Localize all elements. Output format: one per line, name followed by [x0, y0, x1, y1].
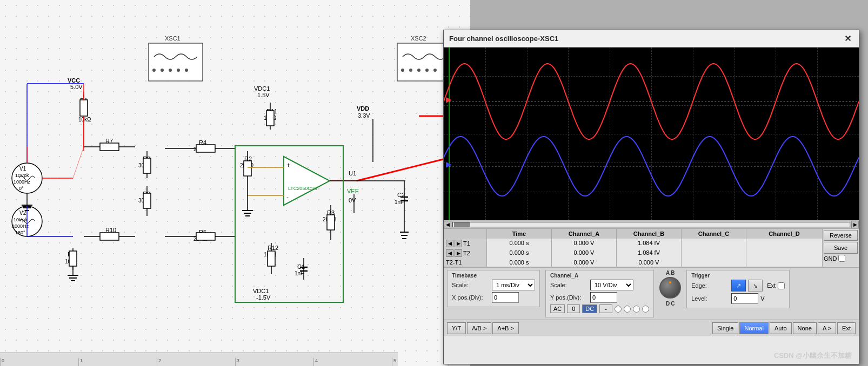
meas-header-cha: Channel_A — [552, 229, 617, 239]
cha-minus-btn[interactable]: - — [599, 304, 612, 313]
oscilloscope-window: Four channel oscilloscope-XSC1 ✕ — [443, 30, 859, 364]
t2-text: T2 — [463, 250, 470, 256]
knob-labels: A B — [666, 270, 675, 276]
svg-rect-0 — [149, 43, 203, 81]
ruler-tick-2: 2 — [157, 358, 161, 366]
osc-display: ▶ ▶ — [444, 48, 859, 220]
svg-text:3.3V: 3.3V — [358, 112, 370, 119]
apb-btn[interactable]: A+B > — [492, 322, 519, 334]
meas-right-buttons: Reverse Save GND — [823, 229, 859, 267]
trigger-rising-btn[interactable]: ↗ — [731, 280, 746, 292]
trigger-edge-label: Edge: — [691, 282, 729, 289]
schematic-svg: XSC1 XSC2 VCC 5.0V R1 10kΩ R6 10kΩ — [0, 0, 470, 366]
trigger-level-unit: V — [760, 295, 764, 302]
cha-radio-4[interactable] — [642, 306, 649, 313]
schematic-area: XSC1 XSC2 VCC 5.0V R1 10kΩ R6 10kΩ — [0, 0, 470, 366]
cha-radio-2[interactable] — [624, 306, 631, 313]
timebase-xpos-input[interactable]: 0 — [492, 292, 519, 303]
t2t1-chb: 0.000 V — [617, 258, 682, 267]
ch-b-pointer: ▶ — [446, 160, 452, 168]
timebase-scale-select[interactable]: 1 ms/Div 2 ms/Div 5 ms/Div 10 ms/Div — [492, 280, 535, 290]
svg-text:VCC: VCC — [68, 77, 80, 84]
gnd-checkbox[interactable] — [838, 255, 845, 262]
svg-text:VEE: VEE — [347, 188, 359, 194]
svg-rect-71 — [327, 215, 335, 230]
svg-rect-45 — [143, 193, 151, 208]
t2-time: 0.000 s — [487, 248, 552, 258]
ext-mode-btn[interactable]: Ext — [837, 322, 856, 334]
ab-btn[interactable]: A/B > — [467, 322, 491, 334]
knob-dot — [669, 281, 671, 283]
svg-point-4 — [169, 69, 172, 72]
reverse-button[interactable]: Reverse — [824, 230, 858, 241]
svg-text:1.5V: 1.5V — [257, 92, 270, 98]
t1-left-btn[interactable]: ◀ — [446, 240, 453, 247]
scroll-right-btn[interactable]: ▶ — [851, 221, 859, 228]
svg-text:180°: 180° — [15, 230, 25, 235]
cha-dc-btn[interactable]: DC — [582, 304, 597, 313]
svg-rect-23 — [69, 251, 77, 266]
svg-point-13 — [433, 69, 437, 72]
channel-a-title: Channel_A — [550, 273, 649, 279]
auto-btn[interactable]: Auto — [770, 322, 792, 334]
cha-ypos-input[interactable] — [590, 292, 617, 303]
trigger-level-row: Level: V — [691, 293, 785, 304]
scroll-left-btn[interactable]: ◀ — [444, 221, 451, 228]
svg-point-6 — [185, 69, 188, 72]
cha-radio-1[interactable] — [615, 306, 622, 313]
meas-header-chb: Channel_B — [617, 229, 682, 239]
t1-right-btn[interactable]: ▶ — [455, 240, 462, 247]
osc-title: Four channel oscilloscope-XSC1 — [449, 35, 558, 43]
svg-rect-37 — [100, 143, 119, 151]
ruler: 0 1 2 3 4 5 6 — [0, 353, 398, 366]
t2-left-btn[interactable]: ◀ — [446, 249, 453, 257]
save-button[interactable]: Save — [824, 242, 858, 254]
trigger-level-input[interactable] — [731, 293, 758, 304]
t2t1-label: T2-T1 — [444, 258, 487, 267]
svg-text:R12: R12 — [268, 245, 278, 251]
osc-close-button[interactable]: ✕ — [842, 33, 853, 44]
meas-header-time: Time — [487, 229, 552, 239]
knob-d-label: D — [666, 301, 670, 307]
svg-text:VDD: VDD — [357, 105, 369, 112]
channel-knob[interactable] — [659, 277, 681, 299]
trigger-falling-btn[interactable]: ↘ — [748, 280, 763, 292]
meas-table-container: Time Channel_A Channel_B Channel_C Chann… — [444, 229, 823, 267]
none-btn[interactable]: None — [793, 322, 817, 334]
cha-scale-select[interactable]: 10 V/Div 5 V/Div 2 V/Div 1 V/Div — [590, 280, 633, 290]
single-btn[interactable]: Single — [712, 322, 739, 334]
svg-rect-18 — [80, 100, 88, 116]
meas-header-blank — [444, 229, 487, 239]
trigger-ext-checkbox[interactable] — [778, 282, 785, 289]
yt-btn[interactable]: Y/T — [447, 322, 466, 334]
scrollbar-track[interactable] — [452, 222, 850, 227]
mode-buttons-row: Y/T A/B > A+B > Single Normal Auto None … — [444, 320, 859, 336]
a-btn[interactable]: A > — [818, 322, 836, 334]
measurement-area: Time Channel_A Channel_B Channel_C Chann… — [444, 229, 859, 268]
osc-titlebar: Four channel oscilloscope-XSC1 ✕ — [444, 30, 859, 48]
cha-zero-btn[interactable]: 0 — [567, 304, 580, 313]
gnd-area: GND — [824, 255, 858, 262]
normal-btn[interactable]: Normal — [739, 322, 768, 334]
ruler-tick-5: 5 — [392, 358, 396, 366]
svg-point-3 — [161, 69, 164, 72]
svg-text:U1: U1 — [349, 170, 356, 177]
t2t1-time: 0.000 s — [487, 258, 552, 267]
trigger-group: Trigger Edge: ↗ ↘ Ext Level: V — [686, 270, 790, 308]
svg-text:1nF: 1nF — [395, 199, 404, 205]
scrollbar-thumb[interactable] — [454, 222, 470, 227]
meas-table: Time Channel_A Channel_B Channel_C Chann… — [444, 229, 823, 267]
t2-right-btn[interactable]: ▶ — [455, 249, 462, 257]
cha-radio-3[interactable] — [633, 306, 640, 313]
ruler-tick-0: 0 — [0, 358, 4, 366]
svg-rect-75 — [268, 251, 275, 266]
cha-ac-btn[interactable]: AC — [550, 304, 565, 313]
t2t1-cha: 0.000 V — [552, 258, 617, 267]
svg-text:VDC1: VDC1 — [254, 85, 270, 92]
waveform-svg — [444, 48, 859, 220]
channel-a-group: Channel_A Scale: 10 V/Div 5 V/Div 2 V/Di… — [545, 270, 654, 317]
meas-header-chd: Channel_D — [746, 229, 823, 239]
svg-line-116 — [357, 159, 443, 181]
t1-time: 0.000 s — [487, 239, 552, 248]
osc-scrollbar[interactable]: ◀ ▶ — [444, 220, 859, 229]
